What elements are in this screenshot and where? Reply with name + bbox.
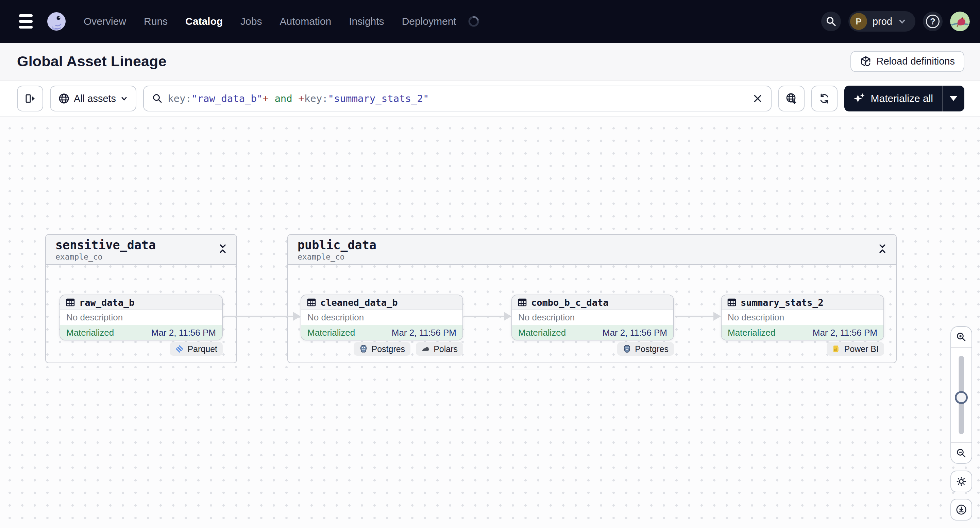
zoom-slider[interactable] xyxy=(951,347,972,442)
reload-definitions-button[interactable]: Reload definitions xyxy=(850,51,964,72)
tag-label: Postgres xyxy=(635,344,668,354)
materialized-badge: Materialized xyxy=(66,328,114,338)
hamburger-menu-icon[interactable] xyxy=(15,11,37,32)
materialized-badge: Materialized xyxy=(307,328,355,338)
top-nav: Overview Runs Catalog Jobs Automation In… xyxy=(0,0,980,43)
zoom-slider-thumb[interactable] xyxy=(955,391,968,404)
refresh-button[interactable] xyxy=(811,86,837,111)
search-button[interactable] xyxy=(821,11,841,31)
gear-icon xyxy=(956,476,967,487)
nav-item-deployment[interactable]: Deployment xyxy=(402,16,457,27)
kind-tag-postgres[interactable]: Postgres xyxy=(617,342,674,356)
lineage-graph-canvas[interactable]: sensitive_data example_co public_data ex… xyxy=(0,117,980,528)
reload-definitions-label: Reload definitions xyxy=(876,56,955,67)
graph-settings-button[interactable] xyxy=(950,471,972,492)
asset-description: No description xyxy=(722,310,883,325)
asset-description: No description xyxy=(512,310,673,325)
asset-node-header: combo_b_c_data xyxy=(512,295,673,310)
download-graph-button[interactable] xyxy=(950,499,972,520)
asset-node-header: cleaned_data_b xyxy=(301,295,463,310)
group-repo-label: example_co xyxy=(56,252,228,261)
asset-search-input[interactable]: key:"raw_data_b"+ and +key:"summary_stat… xyxy=(143,86,771,111)
asset-tags-raw-data-b: Parquet xyxy=(59,342,223,356)
zoom-out-button[interactable] xyxy=(951,442,972,463)
kind-tag-postgres[interactable]: Postgres xyxy=(354,342,410,356)
asset-node-summary-stats-2[interactable]: summary_stats_2 No description Materiali… xyxy=(721,295,884,341)
asset-tags-combo-b-c-data: Postgres xyxy=(511,342,674,356)
materialize-options-button[interactable] xyxy=(942,86,964,111)
materialization-timestamp[interactable]: Mar 2, 11:56 PM xyxy=(813,328,877,338)
nav-item-jobs[interactable]: Jobs xyxy=(240,16,262,27)
materialization-timestamp[interactable]: Mar 2, 11:56 PM xyxy=(603,328,667,338)
nav-item-runs[interactable]: Runs xyxy=(144,16,168,27)
materialization-timestamp[interactable]: Mar 2, 11:56 PM xyxy=(392,328,457,338)
group-title: sensitive_data xyxy=(56,238,228,252)
search-icon xyxy=(152,93,163,104)
polars-icon xyxy=(421,344,430,354)
collapse-group-icon[interactable] xyxy=(878,244,887,254)
dagster-logo-icon[interactable] xyxy=(46,11,67,32)
edge-combo-to-summary xyxy=(675,316,713,317)
asset-status-row: Materialized Mar 2, 11:56 PM xyxy=(722,325,883,341)
zoom-control xyxy=(950,326,972,464)
caret-down-icon xyxy=(950,96,957,101)
globe-icon xyxy=(58,93,70,104)
chevron-down-icon xyxy=(898,17,907,26)
postgres-icon xyxy=(623,344,632,354)
tag-label: Power BI xyxy=(844,344,879,354)
nav-item-catalog[interactable]: Catalog xyxy=(185,16,223,27)
table-icon xyxy=(66,298,75,307)
open-panel-button[interactable] xyxy=(17,86,43,111)
asset-scope-label: All assets xyxy=(74,93,116,104)
refresh-icon xyxy=(818,92,830,105)
tag-label: Parquet xyxy=(187,344,217,354)
kind-tag-polars[interactable]: Polars xyxy=(416,342,463,356)
asset-description: No description xyxy=(301,310,463,325)
nav-item-overview[interactable]: Overview xyxy=(84,16,126,27)
zoom-in-button[interactable] xyxy=(951,327,972,347)
sparkle-icon xyxy=(853,92,865,105)
group-header[interactable]: sensitive_data example_co xyxy=(46,235,236,265)
deployment-switcher[interactable]: P prod xyxy=(848,11,915,32)
kind-tag-parquet[interactable]: Parquet xyxy=(170,342,223,356)
user-avatar[interactable] xyxy=(950,11,970,31)
tag-label: Postgres xyxy=(371,344,405,354)
edge-arrowhead-icon xyxy=(504,312,511,321)
asset-node-cleaned-data-b[interactable]: cleaned_data_b No description Materializ… xyxy=(301,295,463,341)
materialization-timestamp[interactable]: Mar 2, 11:56 PM xyxy=(151,328,216,338)
deployment-avatar: P xyxy=(850,13,867,30)
open-panel-icon xyxy=(24,92,37,105)
tag-label: Polars xyxy=(434,344,458,354)
edge-arrowhead-icon xyxy=(293,312,301,321)
top-nav-right: P prod ? xyxy=(821,11,970,32)
asset-node-combo-b-c-data[interactable]: combo_b_c_data No description Materializ… xyxy=(511,295,674,341)
asset-node-header: raw_data_b xyxy=(60,295,222,310)
materialize-all-button[interactable]: Materialize all xyxy=(844,86,964,111)
view-graph-options-button[interactable] xyxy=(778,86,805,111)
group-repo-label: example_co xyxy=(298,252,888,261)
asset-name: cleaned_data_b xyxy=(320,297,398,308)
zoom-in-icon xyxy=(956,331,967,342)
nav-item-automation[interactable]: Automation xyxy=(280,16,331,27)
deployment-name: prod xyxy=(873,16,892,27)
table-icon xyxy=(517,298,527,307)
kind-tag-power-bi[interactable]: Power BI xyxy=(827,342,884,356)
nav-item-insights[interactable]: Insights xyxy=(349,16,384,27)
asset-tags-summary-stats-2: Power BI xyxy=(721,342,884,356)
asset-status-row: Materialized Mar 2, 11:56 PM xyxy=(301,325,463,341)
edge-arrowhead-icon xyxy=(713,312,721,321)
parquet-icon xyxy=(175,344,184,354)
edge-cleaned-to-combo xyxy=(464,316,504,317)
group-header[interactable]: public_data example_co xyxy=(288,235,896,265)
collapse-group-icon[interactable] xyxy=(218,244,228,254)
nav-links: Overview Runs Catalog Jobs Automation In… xyxy=(84,16,479,27)
asset-node-header: summary_stats_2 xyxy=(722,295,883,310)
clear-query-button[interactable] xyxy=(752,94,763,104)
asset-node-raw-data-b[interactable]: raw_data_b No description Materialized M… xyxy=(59,295,223,341)
asset-status-row: Materialized Mar 2, 11:56 PM xyxy=(60,325,222,341)
power-bi-icon xyxy=(832,344,841,354)
help-button[interactable]: ? xyxy=(923,11,943,31)
asset-status-row: Materialized Mar 2, 11:56 PM xyxy=(512,325,673,341)
asset-scope-dropdown[interactable]: All assets xyxy=(50,86,136,111)
download-icon xyxy=(956,504,967,515)
